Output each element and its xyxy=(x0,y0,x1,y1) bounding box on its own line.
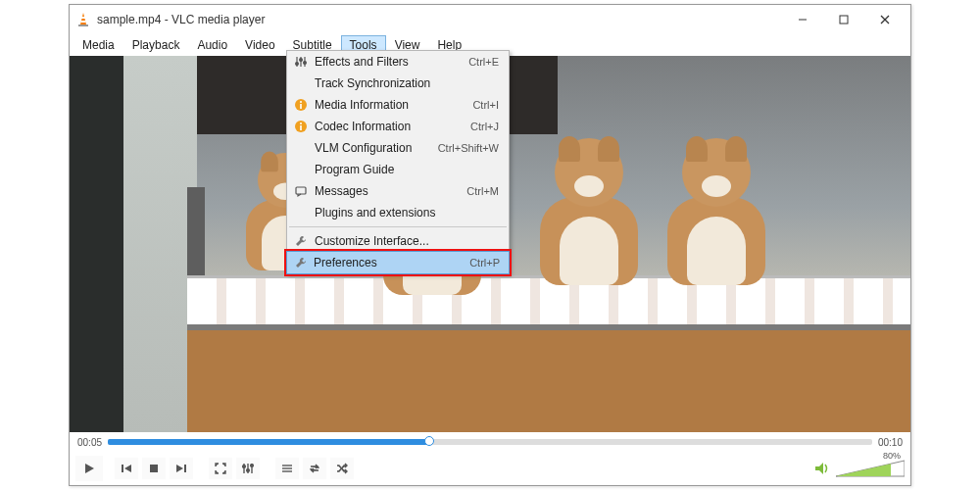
svg-point-34 xyxy=(300,101,302,103)
svg-rect-1 xyxy=(78,24,88,26)
next-button[interactable] xyxy=(170,458,193,479)
menu-item-audio[interactable]: Audio xyxy=(188,35,236,55)
menu-item-media[interactable]: Media xyxy=(74,35,123,55)
menu-item-codec-information[interactable]: Codec InformationCtrl+J xyxy=(287,116,509,137)
svg-rect-3 xyxy=(81,21,86,23)
menu-item-label: Media Information xyxy=(315,98,409,112)
svg-marker-10 xyxy=(124,465,131,472)
svg-rect-11 xyxy=(150,465,158,472)
window-title: sample.mp4 - VLC media player xyxy=(97,13,783,26)
minimize-button[interactable] xyxy=(783,8,822,31)
menu-item-shortcut: Ctrl+E xyxy=(468,56,499,68)
svg-marker-8 xyxy=(85,464,94,473)
msg-icon xyxy=(293,183,309,199)
time-elapsed: 00:05 xyxy=(77,437,102,448)
close-button[interactable] xyxy=(865,8,905,31)
menu-item-label: Program Guide xyxy=(315,163,394,176)
puppy-icon xyxy=(658,138,775,285)
previous-button[interactable] xyxy=(115,458,138,479)
volume-control[interactable]: 80% xyxy=(814,459,905,478)
menu-item-label: Codec Information xyxy=(315,120,411,133)
svg-point-17 xyxy=(243,466,246,468)
menu-item-customize-interface[interactable]: Customize Interface... xyxy=(287,230,509,252)
time-remaining: 00:10 xyxy=(878,437,903,448)
svg-rect-36 xyxy=(300,125,302,130)
seek-bar[interactable] xyxy=(108,439,872,445)
controls-bar: 80% xyxy=(70,452,910,485)
svg-rect-33 xyxy=(300,104,302,109)
stop-button[interactable] xyxy=(142,458,166,479)
menu-item-shortcut: Ctrl+M xyxy=(466,185,499,197)
blank-icon xyxy=(293,75,309,91)
wrench-icon xyxy=(293,233,309,249)
menu-item-video[interactable]: Video xyxy=(236,35,283,55)
menu-item-shortcut: Ctrl+P xyxy=(469,257,500,269)
menu-item-shortcut: Ctrl+I xyxy=(472,99,499,111)
info-icon xyxy=(293,97,309,113)
svg-rect-5 xyxy=(840,16,848,24)
maximize-button[interactable] xyxy=(824,8,863,31)
menu-item-label: Plugins and extensions xyxy=(315,206,435,220)
svg-marker-23 xyxy=(815,463,823,474)
menu-item-plugins-and-extensions[interactable]: Plugins and extensions xyxy=(287,202,509,223)
tools-menu-dropdown: Effects and FiltersCtrl+ETrack Synchroni… xyxy=(286,50,510,274)
blank-icon xyxy=(293,205,309,220)
menu-item-media-information[interactable]: Media InformationCtrl+I xyxy=(287,94,509,116)
loop-button[interactable] xyxy=(303,458,326,479)
extended-settings-button[interactable] xyxy=(236,458,260,479)
svg-point-18 xyxy=(247,469,250,472)
shuffle-button[interactable] xyxy=(330,458,354,479)
play-button[interactable] xyxy=(75,456,103,481)
playlist-button[interactable] xyxy=(275,458,299,479)
svg-point-30 xyxy=(300,59,303,62)
wrench-icon xyxy=(293,255,309,270)
menu-item-preferences[interactable]: PreferencesCtrl+P xyxy=(286,251,510,274)
svg-rect-38 xyxy=(296,187,306,194)
blank-icon xyxy=(293,162,309,177)
svg-point-31 xyxy=(304,62,307,65)
svg-point-29 xyxy=(296,63,299,66)
vlc-cone-icon xyxy=(75,12,91,27)
puppy-icon xyxy=(530,138,648,285)
menu-item-track-synchronization[interactable]: Track Synchronization xyxy=(287,73,509,94)
svg-marker-12 xyxy=(176,465,183,472)
menu-item-shortcut: Ctrl+Shift+W xyxy=(438,142,499,154)
info-icon xyxy=(293,119,309,134)
volume-slider[interactable]: 80% xyxy=(836,459,905,478)
menu-item-shortcut: Ctrl+J xyxy=(470,121,499,132)
fullscreen-button[interactable] xyxy=(209,458,232,479)
speaker-icon xyxy=(814,461,832,476)
svg-rect-13 xyxy=(184,465,186,472)
titlebar: sample.mp4 - VLC media player xyxy=(70,5,910,34)
menu-item-label: VLM Configuration xyxy=(315,141,412,155)
menu-item-messages[interactable]: MessagesCtrl+M xyxy=(287,180,509,202)
menu-item-effects-and-filters[interactable]: Effects and FiltersCtrl+E xyxy=(287,51,509,73)
menu-item-playback[interactable]: Playback xyxy=(123,35,189,55)
svg-rect-9 xyxy=(122,465,123,472)
menu-item-program-guide[interactable]: Program Guide xyxy=(287,159,509,180)
blank-icon xyxy=(293,140,309,156)
menu-item-label: Messages xyxy=(315,184,368,198)
svg-rect-2 xyxy=(81,17,85,19)
menu-item-label: Preferences xyxy=(314,256,377,270)
sliders-icon xyxy=(293,54,309,70)
svg-point-19 xyxy=(251,465,254,467)
menu-item-label: Track Synchronization xyxy=(315,76,430,90)
seek-row: 00:05 00:10 xyxy=(70,432,910,452)
menu-item-label: Effects and Filters xyxy=(315,55,409,69)
menu-item-vlm-configuration[interactable]: VLM ConfigurationCtrl+Shift+W xyxy=(287,137,509,159)
svg-point-37 xyxy=(300,122,302,124)
volume-percent: 80% xyxy=(883,451,901,461)
menu-item-label: Customize Interface... xyxy=(315,234,429,248)
